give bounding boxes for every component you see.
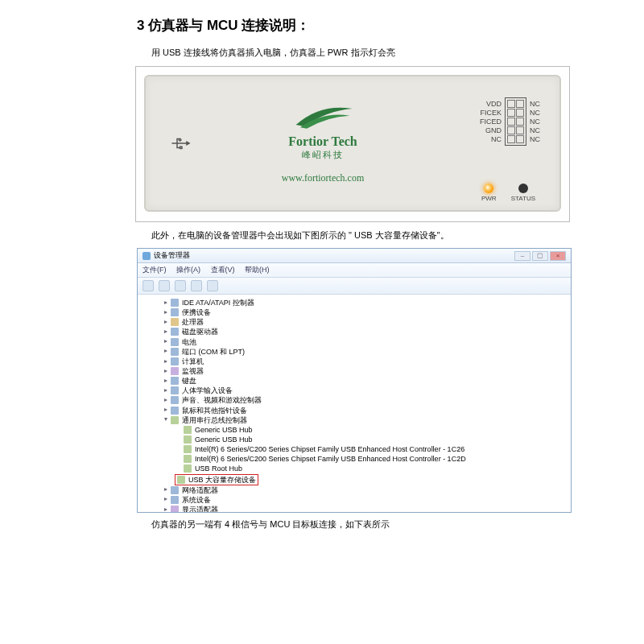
paragraph-1: 用 USB 连接线将仿真器插入电脑，仿真器上 PWR 指示灯会亮 — [151, 46, 572, 60]
pin-label: NC — [480, 135, 502, 143]
tree-node[interactable]: ▸声音、视频和游戏控制器 — [142, 395, 566, 405]
window-titlebar[interactable]: 设备管理器 – ▢ × — [138, 249, 571, 263]
device-icon — [171, 496, 179, 504]
fortior-logo-icon — [287, 101, 359, 133]
menu-view[interactable]: 查看(V) — [211, 266, 235, 274]
expand-icon[interactable]: ▸ — [162, 338, 169, 345]
tree-node[interactable]: Intel(R) 6 Series/C200 Series Chipset Fa… — [142, 454, 566, 464]
tree-node[interactable]: ▸键盘 — [142, 376, 566, 386]
menu-bar[interactable]: 文件(F) 操作(A) 查看(V) 帮助(H) — [138, 263, 571, 278]
tree-node[interactable]: ▸端口 (COM 和 LPT) — [142, 347, 566, 357]
led-pwr-label: PWR — [481, 195, 497, 202]
tree-node[interactable]: Generic USB Hub — [142, 425, 566, 435]
expand-icon[interactable]: ▸ — [162, 348, 169, 355]
device-manager-window: 设备管理器 – ▢ × 文件(F) 操作(A) 查看(V) 帮助(H) ▸IDE… — [137, 248, 572, 513]
tree-node[interactable]: ▸电池 — [142, 337, 566, 347]
expand-icon[interactable] — [175, 426, 182, 433]
device-tree[interactable]: ▸IDE ATA/ATAPI 控制器▸便携设备▸处理器▸磁盘驱动器▸电池▸端口 … — [138, 295, 571, 512]
pin-label: FICEK — [480, 109, 502, 117]
device-icon — [171, 377, 179, 385]
menu-file[interactable]: 文件(F) — [142, 266, 167, 274]
close-button[interactable]: × — [550, 251, 566, 261]
led-status-dot-icon — [518, 184, 528, 193]
menu-action[interactable]: 操作(A) — [176, 266, 200, 274]
toolbar-back-icon[interactable] — [142, 280, 154, 291]
pin-header-block: VDDFICEKFICEDGNDNC NCNCNCNCNC — [480, 97, 540, 146]
device-icon — [184, 464, 192, 473]
tree-node[interactable]: ▸磁盘驱动器 — [142, 327, 566, 336]
tree-node[interactable]: ▸计算机 — [142, 357, 566, 366]
tree-label: 电池 — [182, 337, 196, 347]
device-icon — [171, 367, 179, 375]
toolbar — [138, 278, 571, 295]
expand-icon[interactable] — [175, 456, 182, 463]
device-icon — [171, 338, 179, 346]
logo-url: www.fortiortech.com — [250, 172, 395, 184]
tree-node[interactable]: ▸IDE ATA/ATAPI 控制器 — [142, 298, 566, 308]
window-title: 设备管理器 — [154, 250, 190, 261]
tree-node[interactable]: ▾通用串行总线控制器 — [142, 415, 566, 425]
toolbar-refresh-icon[interactable] — [191, 280, 202, 291]
expand-icon[interactable]: ▸ — [162, 319, 169, 326]
device-icon — [171, 348, 179, 356]
device-icon — [184, 436, 192, 444]
device-icon — [184, 455, 192, 463]
menu-help[interactable]: 帮助(H) — [245, 266, 270, 274]
minimize-button[interactable]: – — [514, 251, 530, 261]
tree-node[interactable]: Intel(R) 6 Series/C200 Series Chipset Fa… — [142, 444, 566, 454]
tree-node[interactable]: ▸便携设备 — [142, 308, 566, 317]
expand-icon[interactable]: ▸ — [162, 407, 169, 414]
expand-icon[interactable]: ▸ — [162, 299, 169, 307]
led-pwr: PWR — [481, 184, 497, 202]
expand-icon[interactable] — [175, 436, 182, 444]
toolbar-fwd-icon[interactable] — [159, 280, 170, 291]
expand-icon[interactable]: ▸ — [162, 328, 169, 336]
tree-label: 磁盘驱动器 — [182, 327, 218, 336]
expand-icon[interactable]: ▸ — [162, 397, 169, 404]
tree-label: USB Root Hub — [195, 464, 242, 473]
expand-icon[interactable]: ▸ — [162, 357, 169, 365]
paragraph-2: 此外，在电脑的设备管理器中会出现如下图所示的 " USB 大容量存储设备"。 — [151, 229, 572, 242]
expand-icon[interactable]: ▸ — [162, 506, 169, 512]
tree-node[interactable]: ▸监视器 — [142, 366, 566, 376]
expand-icon[interactable]: ▾ — [162, 416, 169, 423]
led-pwr-dot-icon — [484, 184, 493, 193]
tree-node[interactable]: ▸系统设备 — [142, 495, 566, 505]
expand-icon[interactable]: ▸ — [162, 309, 169, 316]
expand-icon[interactable]: ▸ — [162, 368, 169, 375]
tree-node[interactable]: ▸显示适配器 — [142, 505, 566, 512]
tree-node[interactable]: ▸处理器 — [142, 317, 566, 327]
pin-label: NC — [530, 126, 540, 134]
tree-node[interactable]: ▸鼠标和其他指针设备 — [142, 406, 566, 415]
device-icon — [171, 318, 179, 326]
pin-label: GND — [480, 126, 502, 134]
device-icon — [171, 506, 179, 512]
emulator-photo: Fortior Tech 峰岹科技 www.fortiortech.com VD… — [135, 66, 570, 222]
maximize-button[interactable]: ▢ — [532, 251, 548, 261]
expand-icon[interactable]: ▸ — [162, 378, 169, 385]
tree-label: 键盘 — [182, 376, 196, 386]
tree-label: USB 大容量存储设备 — [188, 475, 256, 485]
tree-label: 人体学输入设备 — [182, 386, 233, 395]
highlighted-usb-mass-storage[interactable]: USB 大容量存储设备 — [175, 474, 258, 485]
device-icon — [171, 386, 179, 394]
led-status: STATUS — [511, 184, 535, 202]
tree-node[interactable]: USB Root Hub — [142, 464, 566, 473]
pin-label: NC — [530, 100, 540, 108]
expand-icon[interactable] — [175, 465, 182, 473]
toolbar-prop-icon[interactable] — [207, 280, 218, 291]
pin-header-icon — [505, 97, 526, 146]
tree-node[interactable]: Generic USB Hub — [142, 435, 566, 444]
tree-node[interactable]: ▸人体学输入设备 — [142, 386, 566, 395]
tree-label: 声音、视频和游戏控制器 — [182, 395, 262, 405]
expand-icon[interactable]: ▸ — [162, 486, 169, 493]
section-heading: 3 仿真器与 MCU 连接说明： — [137, 16, 572, 35]
expand-icon[interactable]: ▸ — [162, 496, 169, 503]
expand-icon[interactable]: ▸ — [162, 387, 169, 394]
toolbar-view-icon[interactable] — [175, 280, 186, 291]
tree-label: Generic USB Hub — [195, 435, 253, 444]
expand-icon[interactable] — [175, 446, 182, 453]
pin-label: FICED — [480, 118, 502, 126]
tree-node[interactable]: ▸网络适配器 — [142, 485, 566, 495]
device-icon — [171, 299, 179, 307]
